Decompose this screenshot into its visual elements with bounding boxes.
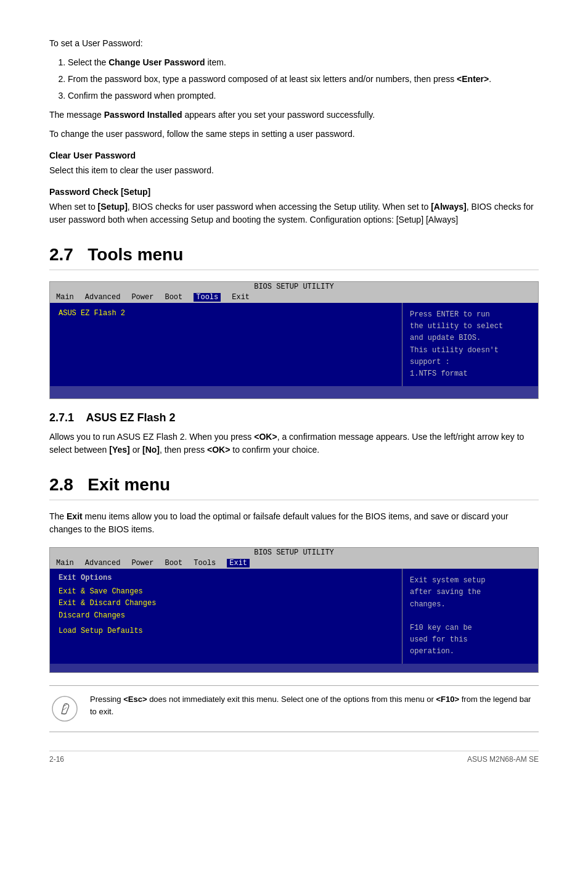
bios-exit-save-changes[interactable]: Exit & Save Changes — [59, 586, 393, 598]
yes-bold: [Yes] — [109, 445, 129, 455]
always-bold: [Always] — [431, 202, 467, 212]
password-check-body: When set to [Setup], BIOS checks for use… — [49, 200, 539, 226]
step-3: Confirm the password when prompted. — [68, 89, 539, 102]
password-installed-bold: Password Installed — [104, 110, 182, 120]
intro-set-password: To set a User Password: — [49, 37, 539, 50]
bios-exit-right: Exit system setup after saving the chang… — [402, 569, 538, 664]
section-28-body: The Exit menu items allow you to load th… — [49, 510, 539, 536]
bios-tools-body: ASUS EZ Flash 2 Press ENTER to run the u… — [50, 303, 538, 386]
exit-bold: Exit — [67, 511, 83, 521]
step1-bold: Change User Password — [108, 57, 205, 67]
bios-tools-titlebar: BIOS SETUP UTILITY — [50, 282, 538, 292]
clear-user-password-body: Select this item to clear the user passw… — [49, 164, 539, 177]
setup-bold: [Setup] — [98, 202, 128, 212]
section-27-heading: 2.7 Tools menu — [49, 245, 539, 270]
bios-tools-menu-tools: Tools — [194, 293, 221, 302]
clear-user-password-heading: Clear User Password — [49, 151, 539, 160]
ok2-bold: <OK> — [207, 445, 230, 455]
bios-exit-discard[interactable]: Discard Changes — [59, 610, 393, 622]
password-installed-note: The message Password Installed appears a… — [49, 109, 539, 122]
esc-bold: <Esc> — [123, 695, 147, 704]
section-27-number: 2.7 — [49, 245, 73, 264]
bios-exit-body: Exit Options Exit & Save Changes Exit & … — [50, 569, 538, 664]
f10-bold: <F10> — [436, 695, 460, 704]
section-271-title: ASUS EZ Flash 2 — [86, 411, 175, 424]
bios-tools-asus-ez-flash: ASUS EZ Flash 2 — [59, 309, 125, 318]
section-271-heading: 2.7.1 ASUS EZ Flash 2 — [49, 411, 539, 424]
bios-exit-menu-advanced: Advanced — [85, 559, 121, 567]
step-1: Select the Change User Password item. — [68, 56, 539, 69]
bios-tools-menu-exit: Exit — [232, 293, 250, 302]
page: To set a User Password: Select the Chang… — [0, 0, 588, 801]
step-2: From the password box, type a password c… — [68, 73, 539, 86]
bios-exit-discard-changes[interactable]: Exit & Discard Changes — [59, 598, 393, 609]
bios-exit-left: Exit Options Exit & Save Changes Exit & … — [50, 569, 402, 664]
footer-right: ASUS M2N68-AM SE — [467, 755, 539, 764]
bios-tools-screen: BIOS SETUP UTILITY Main Advanced Power B… — [49, 281, 539, 399]
footer-left: 2-16 — [49, 755, 64, 764]
bios-exit-menu-tools: Tools — [194, 559, 216, 567]
bios-exit-load-defaults[interactable]: Load Setup Defaults — [59, 625, 393, 637]
bios-exit-menu-boot: Boot — [165, 559, 182, 567]
bios-tools-menu-advanced: Advanced — [85, 293, 121, 302]
section-271-body: Allows you to run ASUS EZ Flash 2. When … — [49, 431, 539, 456]
note-icon — [49, 693, 80, 724]
change-password-note: To change the user password, follow the … — [49, 128, 539, 141]
password-check-heading: Password Check [Setup] — [49, 187, 539, 197]
bios-tools-menu-main: Main — [56, 293, 74, 302]
bios-tools-menu-boot: Boot — [165, 293, 182, 302]
ok-bold: <OK> — [254, 432, 277, 442]
section-28-heading: 2.8 Exit menu — [49, 475, 539, 500]
bios-tools-menu-power: Power — [131, 293, 153, 302]
section-28-title: Exit menu — [88, 475, 170, 494]
bios-exit-menu-power: Power — [131, 559, 153, 567]
section-28-number: 2.8 — [49, 475, 73, 494]
bios-tools-right: Press ENTER to run the utility to select… — [402, 303, 538, 386]
section-271-number: 2.7.1 — [49, 411, 74, 424]
bios-tools-left: ASUS EZ Flash 2 — [50, 303, 402, 386]
footer: 2-16 ASUS M2N68-AM SE — [49, 751, 539, 764]
section-27-title: Tools menu — [88, 245, 183, 264]
note-text: Pressing <Esc> does not immediately exit… — [90, 693, 539, 717]
step2-bold: <Enter> — [457, 74, 489, 84]
bios-exit-menu-main: Main — [56, 559, 74, 567]
bios-exit-screen: BIOS SETUP UTILITY Main Advanced Power B… — [49, 547, 539, 673]
steps-list: Select the Change User Password item. Fr… — [68, 56, 539, 102]
bios-exit-titlebar: BIOS SETUP UTILITY — [50, 548, 538, 558]
bios-exit-menu-exit: Exit — [227, 559, 250, 567]
bios-exit-menubar: Main Advanced Power Boot Tools Exit — [50, 558, 538, 569]
bios-tools-menubar: Main Advanced Power Boot Tools Exit — [50, 292, 538, 303]
no-bold: [No] — [142, 445, 160, 455]
note-box: Pressing <Esc> does not immediately exit… — [49, 685, 539, 732]
bios-exit-options-title: Exit Options — [59, 574, 393, 582]
